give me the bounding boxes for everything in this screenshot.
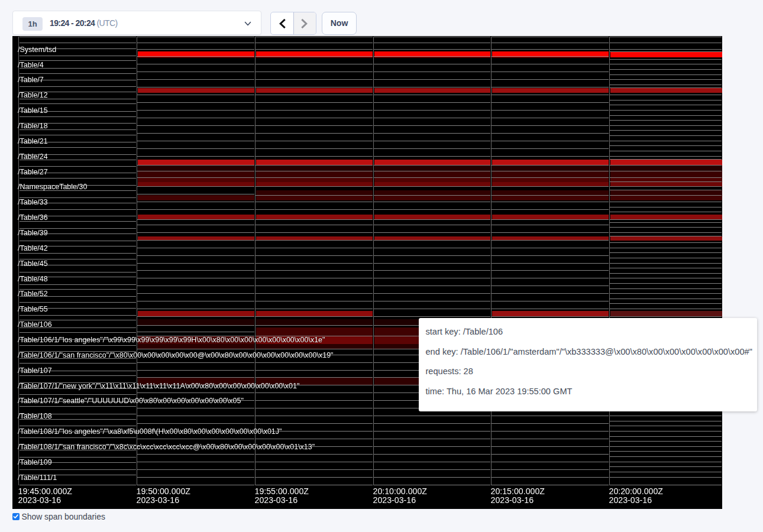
svg-text:/Table/33: /Table/33 <box>18 198 48 206</box>
svg-text:/System/tsd: /System/tsd <box>18 46 56 54</box>
svg-text:20:15:00.000Z: 20:15:00.000Z <box>491 486 545 496</box>
svg-text:19:55:00.000Z: 19:55:00.000Z <box>255 486 309 496</box>
svg-text:/Table/107/1/"seattle"/"UUUUUU: /Table/107/1/"seattle"/"UUUUUUD\x00\x80\… <box>18 397 244 405</box>
svg-text:/Table/107/1/"new york"/"\x11\: /Table/107/1/"new york"/"\x11\x11\x11\x1… <box>18 382 299 390</box>
svg-text:2023-03-16: 2023-03-16 <box>255 495 298 505</box>
svg-text:/Table/12: /Table/12 <box>18 91 48 99</box>
svg-text:/Table/45: /Table/45 <box>18 259 48 268</box>
svg-text:/Table/106: /Table/106 <box>18 320 52 329</box>
svg-text:2023-03-16: 2023-03-16 <box>609 495 652 505</box>
svg-text:/Table/4: /Table/4 <box>18 61 44 69</box>
svg-text:/Table/24: /Table/24 <box>18 153 48 161</box>
svg-text:/Table/52: /Table/52 <box>18 290 48 298</box>
svg-text:/Table/36: /Table/36 <box>18 213 48 222</box>
svg-text:/Table/108/1/"los angeles"/"\x: /Table/108/1/"los angeles"/"\xa8\xf5\u00… <box>18 427 282 436</box>
svg-text:/Table/39: /Table/39 <box>18 229 48 237</box>
svg-text:2023-03-16: 2023-03-16 <box>491 495 534 505</box>
svg-text:/Table/109: /Table/109 <box>18 458 52 466</box>
svg-text:/Table/48: /Table/48 <box>18 275 48 283</box>
svg-text:/Table/108: /Table/108 <box>18 412 52 420</box>
svg-text:/Table/111/1: /Table/111/1 <box>18 473 57 482</box>
svg-text:/Table/55: /Table/55 <box>18 305 48 313</box>
svg-text:19:50:00.000Z: 19:50:00.000Z <box>137 486 191 496</box>
svg-text:20:20:00.000Z: 20:20:00.000Z <box>609 486 664 496</box>
svg-text:/NamespaceTable/30: /NamespaceTable/30 <box>18 183 87 191</box>
svg-text:2023-03-16: 2023-03-16 <box>137 495 180 505</box>
svg-text:/Table/7: /Table/7 <box>18 76 44 84</box>
svg-text:/Table/42: /Table/42 <box>18 244 48 252</box>
svg-text:20:10:00.000Z: 20:10:00.000Z <box>373 486 428 496</box>
svg-text:/Table/107: /Table/107 <box>18 366 52 375</box>
svg-text:2023-03-16: 2023-03-16 <box>373 495 416 505</box>
svg-text:/Table/15: /Table/15 <box>18 106 48 115</box>
svg-text:/Table/108/1/"san francisco"/": /Table/108/1/"san francisco"/"\x8c\xcc\x… <box>18 443 315 451</box>
svg-text:19:45:00.000Z: 19:45:00.000Z <box>18 486 73 496</box>
svg-text:/Table/21: /Table/21 <box>18 137 48 145</box>
svg-text:/Table/106/1/"san francisco"/": /Table/106/1/"san francisco"/"\x80\x00\x… <box>18 351 334 359</box>
svg-text:/Table/18: /Table/18 <box>18 122 48 130</box>
svg-text:/Table/27: /Table/27 <box>18 168 48 176</box>
svg-text:/Table/106/1/"los angeles"/"\x: /Table/106/1/"los angeles"/"\x99\x99\x99… <box>18 336 325 344</box>
svg-text:2023-03-16: 2023-03-16 <box>18 495 62 505</box>
